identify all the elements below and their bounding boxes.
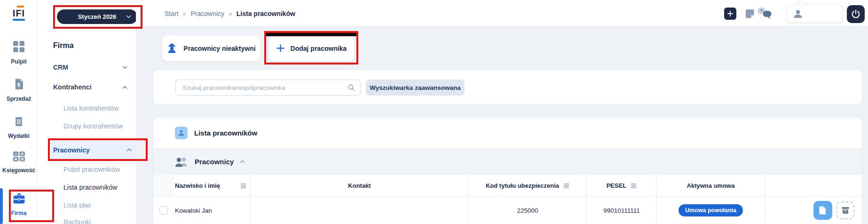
header-pesel[interactable]: PESEL (587, 175, 657, 196)
employee-search-input[interactable] (175, 80, 361, 96)
cell-insurance-code: 225000 (469, 197, 587, 224)
calculator-icon (13, 152, 25, 163)
icon-rail: IFI Pulpit $ Sprzedaż Wydatki Księ (0, 0, 38, 224)
header-insurance-code[interactable]: Kod tytułu ubezpieczenia (469, 175, 587, 196)
archive-action-button[interactable] (836, 201, 854, 219)
employees-card: Lista pracowników Pracownicy Nazwisko i … (153, 118, 862, 224)
chevron-up-icon (240, 160, 245, 163)
receipt-icon (15, 116, 23, 129)
period-selector-button[interactable]: Styczeń 2026 (57, 9, 136, 24)
note-icon (744, 8, 755, 19)
sidebar-item-pracownicy[interactable]: Pracownicy (51, 141, 136, 159)
sales-invoice-icon: $ (14, 78, 24, 92)
breadcrumb-separator: » (229, 10, 232, 17)
rail-item-ksiegowosc[interactable]: Księgowość (0, 152, 38, 174)
help-chat-button[interactable]: ? (757, 7, 772, 22)
logout-button[interactable] (847, 5, 865, 23)
employee-list-icon (175, 127, 188, 139)
sidebar-item-lista-plac[interactable]: Lista płac (63, 201, 91, 209)
plus-icon (276, 44, 284, 52)
column-menu-icon (631, 183, 637, 189)
archive-icon (841, 206, 850, 215)
quick-add-button[interactable] (724, 8, 736, 20)
inactive-employees-label: Pracownicy nieaktywni (183, 45, 255, 52)
dashboard-icon (13, 40, 25, 55)
rail-item-sprzedaz[interactable]: $ Sprzedaż (0, 78, 38, 102)
breadcrumb-start[interactable]: Start (165, 10, 179, 17)
user-avatar-icon (793, 8, 803, 19)
breadcrumb-pracownicy[interactable]: Pracownicy (190, 10, 224, 17)
column-menu-icon (563, 183, 569, 189)
notes-button[interactable] (744, 8, 755, 21)
sidebar-item-label: CRM (53, 64, 68, 71)
cell-active-contract: Umowa powołania (657, 197, 765, 224)
row-checkbox[interactable] (159, 206, 168, 215)
people-icon (174, 156, 189, 168)
plus-icon (727, 11, 733, 16)
rail-item-label: Pulpit (11, 58, 26, 65)
rail-item-pulpit[interactable]: Pulpit (0, 40, 38, 65)
sidebar-item-kontrahenci[interactable]: Kontrahenci (53, 83, 127, 91)
logo-blue-bar (13, 19, 25, 21)
cell-name: Kowalski Jan (174, 197, 251, 224)
column-menu-icon (240, 183, 246, 189)
sidebar-heading: Firma (53, 41, 74, 50)
chevron-down-icon (126, 15, 131, 18)
rail-item-firma[interactable]: Firma (0, 193, 38, 216)
header-active-contract[interactable]: Aktywna umowa (657, 175, 765, 196)
rail-item-label: Księgowość (2, 167, 35, 174)
document-icon (819, 206, 827, 215)
briefcase-icon (13, 193, 25, 206)
search-icon (347, 84, 355, 93)
cell-pesel: 99010111111 (587, 197, 657, 224)
card-title-row: Lista pracowników (153, 118, 862, 148)
svg-text:$: $ (17, 82, 20, 88)
sidebar-item-crm[interactable]: CRM (53, 64, 127, 71)
advanced-search-button[interactable]: Wyszukiwarka zaawansowana (366, 80, 465, 96)
document-action-button[interactable] (813, 201, 832, 220)
search-card: Wyszukiwarka zaawansowana (153, 70, 862, 104)
contract-badge[interactable]: Umowa powołania (679, 204, 743, 216)
table-row[interactable]: Kowalski Jan 225000 99010111111 Umowa po… (153, 197, 862, 224)
row-checkbox-cell (153, 197, 174, 224)
rail-item-label: Wydatki (8, 133, 30, 139)
employee-name[interactable]: Kowalski Jan (175, 207, 212, 214)
sidebar-item-lista-pracownikow[interactable]: Lista pracowników (63, 184, 117, 191)
sidebar-item-pulpit-pracownikow[interactable]: Pulpit pracowników (63, 166, 120, 173)
rail-item-wydatki[interactable]: Wydatki (0, 116, 38, 139)
incognito-user-icon (166, 43, 177, 54)
power-icon (851, 9, 861, 19)
table-header-row: Nazwisko i imię Kontakt Kod tytułu ubezp… (153, 175, 862, 197)
header-actions (765, 175, 862, 196)
sidebar-item-rachunki[interactable]: Rachunki (63, 218, 91, 224)
sidebar-item-label: Pracownicy (53, 146, 90, 154)
user-menu[interactable] (787, 4, 843, 23)
breadcrumb: Start » Pracownicy » Lista pracowników (165, 0, 295, 27)
sidebar: Styczeń 2026 Firma CRM Kontrahenci Lista… (38, 0, 136, 224)
app-window: IFI Pulpit $ Sprzedaż Wydatki Księ (0, 0, 868, 224)
rail-item-label: Sprzedaż (7, 96, 32, 102)
cell-actions (765, 197, 862, 224)
period-label: Styczeń 2026 (78, 13, 117, 20)
breadcrumb-separator: » (183, 10, 187, 17)
cell-contact (251, 197, 469, 224)
rail-item-label: Firma (11, 210, 27, 216)
add-employee-label: Dodaj pracownika (291, 45, 347, 52)
sidebar-item-lista-kontrahentow[interactable]: Lista kontrahentów (63, 104, 119, 112)
chat-question-icon: ? (757, 7, 772, 20)
app-logo[interactable]: IFI (0, 6, 38, 21)
logo-text: IFI (0, 8, 38, 18)
sidebar-divider (42, 31, 136, 32)
chevron-up-icon (126, 148, 132, 152)
active-section-indicator (0, 188, 3, 224)
add-employee-button[interactable]: Dodaj pracownika (269, 35, 354, 61)
header-name[interactable]: Nazwisko i imię (174, 175, 251, 196)
chevron-down-icon (122, 66, 127, 69)
header-contact[interactable]: Kontakt (251, 175, 469, 196)
employees-group-header[interactable]: Pracownicy (153, 148, 862, 175)
inactive-employees-button[interactable]: Pracownicy nieaktywni (162, 35, 260, 61)
sidebar-item-grupy-kontrahentow[interactable]: Grupy kontrahentów (63, 122, 123, 130)
header-checkbox-cell (153, 175, 174, 196)
top-bar: Start » Pracownicy » Lista pracowników ? (136, 0, 868, 27)
chevron-up-icon (122, 86, 127, 89)
